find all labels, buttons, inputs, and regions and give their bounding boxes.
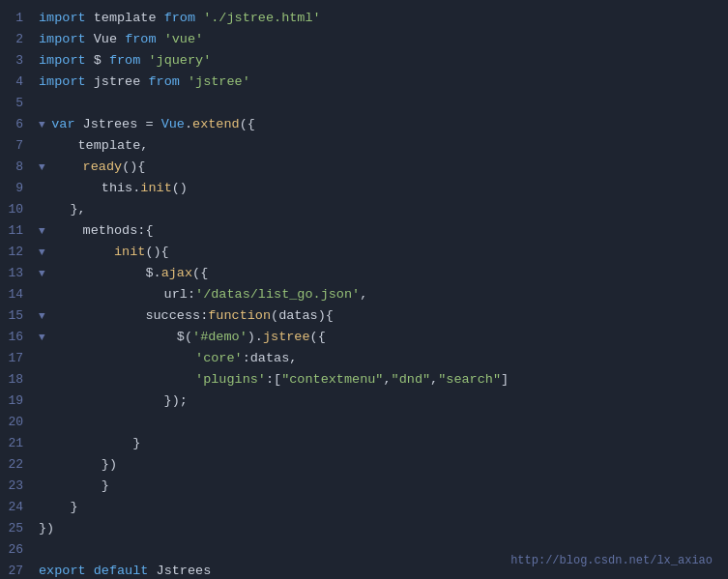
code-line: 11▼ methods:{ [0, 220, 728, 242]
watermark: http://blog.csdn.net/lx_axiao [510, 554, 713, 567]
line-number: 5 [8, 93, 39, 114]
line-content: import $ from 'jquery' [39, 50, 211, 72]
code-line: 14 url:'/datas/list_go.json', [0, 284, 728, 305]
line-content: export default Jstrees [39, 561, 211, 579]
code-line: 24 } [0, 497, 728, 518]
line-number: 23 [8, 476, 39, 497]
line-content: ▼ methods:{ [39, 220, 154, 242]
line-content: 'core':datas, [39, 348, 297, 369]
line-content: }, [39, 199, 86, 220]
line-content: } [39, 433, 140, 454]
code-line: 13▼ $.ajax({ [0, 263, 728, 284]
line-number: 8 [8, 157, 39, 178]
code-line: 9 this.init() [0, 178, 728, 199]
line-number: 14 [8, 284, 39, 305]
line-number: 25 [8, 518, 39, 539]
line-number: 24 [8, 497, 39, 518]
line-content: }) [39, 518, 54, 539]
code-line: 6▼ var Jstrees = Vue.extend({ [0, 114, 728, 135]
code-editor: 1import template from './jstree.html'2im… [0, 0, 728, 579]
code-line: 8▼ ready(){ [0, 157, 728, 178]
line-content: this.init() [39, 178, 188, 199]
line-number: 12 [8, 242, 39, 263]
line-number: 21 [8, 433, 39, 454]
line-number: 16 [8, 327, 39, 348]
line-number: 11 [8, 220, 39, 242]
code-line: 7 template, [0, 135, 728, 157]
line-number: 1 [8, 8, 39, 29]
line-content: } [39, 476, 109, 497]
code-line: 18 'plugins':["contextmenu","dnd","searc… [0, 369, 728, 391]
line-number: 4 [8, 72, 39, 93]
line-content: }) [39, 454, 117, 476]
line-number: 17 [8, 348, 39, 369]
line-content: ▼ init(){ [39, 242, 169, 263]
code-line: 3import $ from 'jquery' [0, 50, 728, 72]
code-line: 5 [0, 93, 728, 114]
line-content: import jstree from 'jstree' [39, 72, 250, 93]
line-number: 26 [8, 539, 39, 561]
code-line: 20 [0, 412, 728, 433]
line-content: import Vue from 'vue' [39, 29, 203, 50]
code-line: 17 'core':datas, [0, 348, 728, 369]
code-line: 4import jstree from 'jstree' [0, 72, 728, 93]
line-number: 10 [8, 199, 39, 220]
line-content: ▼ $('#demo').jstree({ [39, 327, 326, 348]
code-line: 25}) [0, 518, 728, 539]
code-line: 2import Vue from 'vue' [0, 29, 728, 50]
code-line: 16▼ $('#demo').jstree({ [0, 327, 728, 348]
line-content: url:'/datas/list_go.json', [39, 284, 367, 305]
line-content: ▼ ready(){ [39, 157, 145, 178]
line-content: ▼ var Jstrees = Vue.extend({ [39, 114, 255, 135]
line-number: 3 [8, 50, 39, 72]
line-number: 15 [8, 305, 39, 327]
line-content: }); [39, 391, 188, 412]
line-number: 9 [8, 178, 39, 199]
code-line: 21 } [0, 433, 728, 454]
line-content: ▼ success:function(datas){ [39, 305, 334, 327]
code-line: 23 } [0, 476, 728, 497]
code-line: 22 }) [0, 454, 728, 476]
line-content: ▼ $.ajax({ [39, 263, 208, 284]
code-line: 10 }, [0, 199, 728, 220]
line-number: 7 [8, 135, 39, 157]
line-number: 18 [8, 369, 39, 391]
line-number: 19 [8, 391, 39, 412]
line-number: 6 [8, 114, 39, 135]
line-number: 20 [8, 412, 39, 433]
code-line: 12▼ init(){ [0, 242, 728, 263]
line-content: template, [39, 135, 148, 157]
line-content: import template from './jstree.html' [39, 8, 321, 29]
line-content: } [39, 497, 78, 518]
code-line: 19 }); [0, 391, 728, 412]
line-number: 2 [8, 29, 39, 50]
line-number: 22 [8, 454, 39, 476]
line-number: 13 [8, 263, 39, 284]
code-line: 15▼ success:function(datas){ [0, 305, 728, 327]
line-content: 'plugins':["contextmenu","dnd","search"] [39, 369, 509, 391]
code-line: 1import template from './jstree.html' [0, 8, 728, 29]
line-number: 27 [8, 561, 39, 579]
